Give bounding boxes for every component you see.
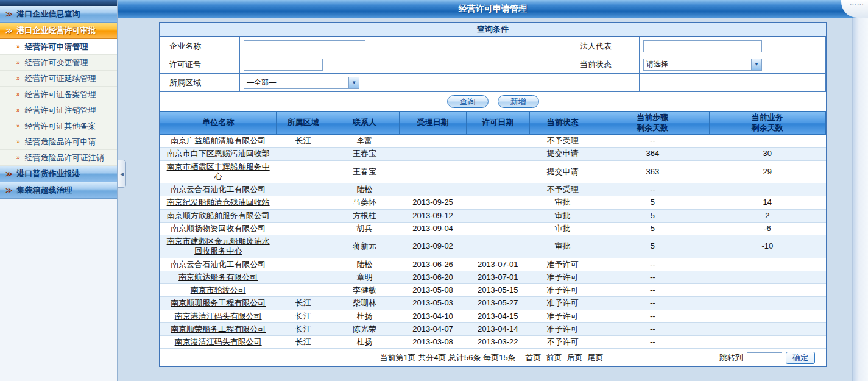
table-cell: -- — [596, 183, 709, 196]
page-link[interactable]: 尾页 — [588, 353, 604, 362]
company-name-label: 企业名称 — [160, 37, 240, 55]
company-link[interactable]: 南京市建邺区金元船舶废油水回收服务中心 — [167, 237, 270, 255]
confirm-button[interactable]: 确定 — [786, 352, 815, 364]
company-link[interactable]: 南京市栖霞区丰辉船舶服务中心 — [167, 162, 270, 181]
sidebar-item[interactable]: »经营许可证注销管理 — [0, 102, 117, 118]
sidebar-item[interactable]: »经营许可申请管理 — [0, 39, 117, 55]
table-cell: 5 — [596, 209, 709, 222]
company-link[interactable]: 南京顺扬物资回收有限公司 — [171, 224, 266, 233]
company-name-cell: 南京市白下区恩赐污油回收部 — [160, 148, 277, 160]
table-cell — [466, 222, 529, 235]
region-cell: —全部— ▼ — [240, 74, 446, 92]
table-row: 南京市建邺区金元船舶废油水回收服务中心 蒋新元2013-09-02 审批5-10 — [160, 235, 826, 258]
table-cell: 审批 — [529, 222, 596, 235]
company-name-cell: 南京市建邺区金元船舶废油水回收服务中心 — [160, 235, 277, 258]
chevron-down-icon: ▼ — [751, 59, 761, 70]
table-cell: 马蒌怀 — [330, 196, 400, 209]
company-link[interactable]: 南京云合石油化工有限公司 — [171, 185, 266, 194]
table-cell: 2013-05-03 — [400, 297, 466, 310]
sidebar-group-1[interactable]: ≫港口企业经营许可审批 — [0, 23, 117, 39]
table-row: 南京市白下区恩赐污油回收部 王春宝 提交申请36430 — [160, 148, 826, 160]
company-link[interactable]: 南京云合石油化工有限公司 — [171, 260, 266, 269]
company-name-cell: 南京广益船舶清舱有限公司 — [160, 135, 277, 148]
table-row: 南京市轮渡公司 李健敏2013-05-082013-05-15准予许可-- — [160, 284, 826, 297]
query-form-row: 所属区域 —全部— ▼ — [160, 74, 826, 92]
pagination: 当前第1页 共分4页 总计56条 每页15条 首页前页后页尾页 跳转到 确定 — [160, 349, 826, 366]
company-link[interactable]: 南京顺荣船务工程有限公司 — [171, 324, 266, 333]
sidebar-item[interactable]: »经营许可证其他备案 — [0, 118, 117, 134]
company-link[interactable]: 南京纪发船舶清仓残油回收站 — [167, 198, 270, 207]
sidebar-item[interactable]: »经营危险品许可证注销 — [0, 150, 117, 166]
table-cell: 杜扬 — [330, 336, 400, 349]
license-no-label: 许可证号 — [160, 55, 240, 74]
legal-rep-input[interactable] — [643, 40, 762, 52]
double-arrow-icon: ≫ — [5, 170, 13, 178]
table-cell: 2013-04-10 — [400, 310, 466, 322]
company-name-cell: 南京顺荣船务工程有限公司 — [160, 322, 277, 335]
table-cell — [277, 222, 330, 235]
table-cell: 2013-07-01 — [466, 258, 529, 271]
company-link[interactable]: 南京广益船舶清舱有限公司 — [171, 136, 266, 145]
table-cell: -- — [596, 322, 709, 335]
company-link[interactable]: 南京顺方欣船舶服务有限公司 — [167, 211, 270, 220]
empty-cell — [446, 74, 639, 92]
table-cell: 王春宝 — [330, 148, 400, 160]
company-link[interactable]: 南京市白下区恩赐污油回收部 — [167, 149, 270, 158]
table-cell: 杜扬 — [330, 310, 400, 322]
company-link[interactable]: 南京市轮渡公司 — [191, 285, 246, 294]
column-header: 当前状态 — [529, 112, 596, 135]
sidebar-collapse-handle[interactable]: ◀ — [118, 160, 126, 188]
content-row: 查询条件 企业名称 法人代表 — [118, 18, 868, 381]
sidebar-group-0[interactable]: ≫港口企业信息查询 — [0, 6, 117, 23]
table-cell — [466, 196, 529, 209]
table-cell: 李富 — [330, 135, 400, 148]
table-cell: 不予受理 — [529, 135, 596, 148]
table-cell — [466, 209, 529, 222]
page-header: 经营许可申请管理 ⋯⋯ — [118, 0, 868, 18]
table-cell — [709, 183, 825, 196]
company-link[interactable]: 南京港清江码头有限公司 — [175, 312, 262, 321]
sidebar-top-strip — [0, 0, 117, 6]
table-cell: 提交申请 — [529, 160, 596, 183]
table-header-row: 单位名称所属区域联系人受理日期许可日期当前状态当前步骤 剩余天数当前业务 剩余天… — [160, 112, 826, 135]
table-cell — [277, 183, 330, 196]
table-cell: 陆松 — [330, 258, 400, 271]
sidebar-item-label: 经营危险品许可申请 — [25, 137, 96, 148]
table-cell — [277, 148, 330, 160]
table-cell: 不予许可 — [529, 336, 596, 349]
company-name-input[interactable] — [244, 40, 365, 52]
sidebar-group-2[interactable]: ≫港口普货作业报港 — [0, 166, 117, 182]
sidebar-item[interactable]: »经营许可证备案管理 — [0, 87, 117, 102]
sidebar-nav: ≫港口企业信息查询≫港口企业经营许可审批»经营许可申请管理»经营许可变更管理»经… — [0, 6, 117, 381]
sidebar-item[interactable]: »经营许可变更管理 — [0, 55, 117, 71]
table-cell: 2013-05-15 — [466, 284, 529, 297]
status-select[interactable]: 请选择 ▼ — [643, 59, 762, 71]
table-row: 南京航达船务有限公司 章明2013-06-202013-07-01准予许可-- — [160, 271, 826, 283]
region-select[interactable]: —全部— ▼ — [244, 77, 359, 89]
license-no-input[interactable] — [244, 59, 323, 71]
double-arrow-icon: ≫ — [5, 10, 13, 18]
table-cell: 长江 — [277, 310, 330, 322]
table-cell: -- — [596, 135, 709, 148]
sidebar-group-3[interactable]: ≫集装箱超载治理 — [0, 182, 117, 199]
sidebar-item[interactable]: »经营危险品许可申请 — [0, 134, 117, 150]
table-cell: 2013-06-20 — [400, 271, 466, 283]
sidebar-item-label: 经营许可证注销管理 — [25, 105, 96, 116]
company-link[interactable]: 南京航达船务有限公司 — [178, 272, 258, 282]
table-cell: 长江 — [277, 322, 330, 335]
add-button[interactable]: 新增 — [498, 95, 539, 108]
column-header: 联系人 — [330, 112, 400, 135]
status-label: 当前状态 — [446, 55, 639, 74]
sidebar-item-label: 经营许可证延续管理 — [25, 73, 96, 84]
jump-page-input[interactable] — [747, 352, 782, 363]
sidebar-item-label: 经营许可申请管理 — [25, 41, 88, 52]
table-cell: 准予许可 — [529, 310, 596, 322]
sidebar-item[interactable]: »经营许可证延续管理 — [0, 71, 117, 87]
company-link[interactable]: 南京港清江码头有限公司 — [175, 337, 262, 346]
page-link[interactable]: 后页 — [567, 353, 583, 362]
empty-cell — [639, 74, 825, 92]
sidebar-group-label: 集装箱超载治理 — [17, 185, 72, 196]
company-link[interactable]: 南京顺珊服务工程有限公司 — [171, 298, 266, 307]
table-cell: 2013-05-08 — [400, 284, 466, 297]
search-button[interactable]: 查询 — [447, 95, 489, 108]
